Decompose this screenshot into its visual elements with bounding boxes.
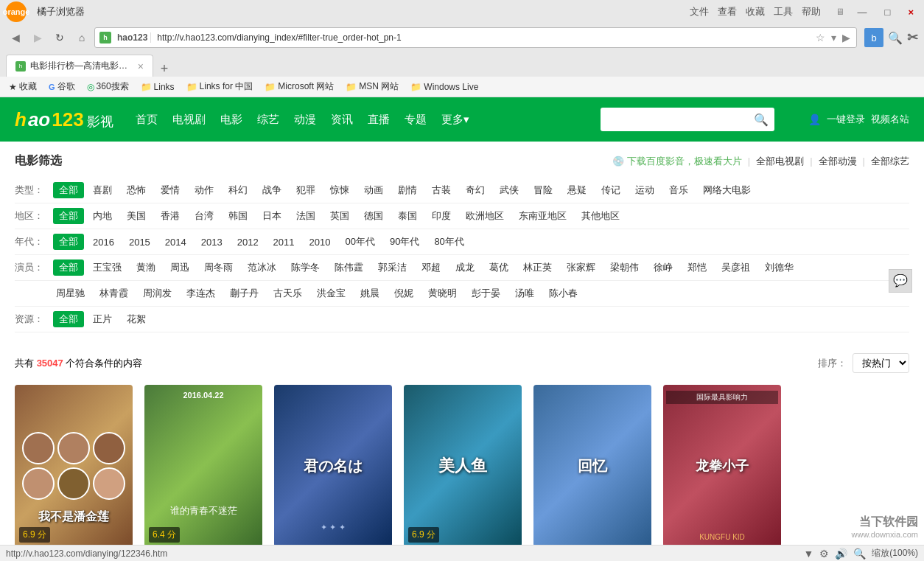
status-search-icon[interactable]: 🔍 bbox=[853, 548, 866, 560]
actor-tag-11[interactable]: 葛优 bbox=[483, 259, 514, 276]
region-tag-thailand[interactable]: 泰国 bbox=[392, 208, 423, 224]
nav-anime[interactable]: 动漫 bbox=[294, 113, 316, 127]
search-icon[interactable]: 🔍 bbox=[888, 31, 903, 45]
dropdown-icon[interactable]: ▾ bbox=[830, 30, 838, 45]
type-tag-fantasy[interactable]: 奇幻 bbox=[460, 182, 491, 198]
refresh-button[interactable]: ↻ bbox=[50, 28, 69, 47]
year-tag-1980s[interactable]: 80年代 bbox=[428, 234, 469, 250]
region-tag-uk[interactable]: 英国 bbox=[324, 208, 355, 224]
actor-tag-14[interactable]: 梁朝伟 bbox=[604, 259, 645, 276]
actor-tag-12[interactable]: 林正英 bbox=[517, 259, 558, 276]
year-tag-2012[interactable]: 2012 bbox=[231, 235, 265, 249]
nav-movies[interactable]: 电影 bbox=[220, 113, 242, 127]
back-button[interactable]: ◀ bbox=[6, 28, 25, 47]
region-tag-other[interactable]: 其他地区 bbox=[575, 208, 626, 224]
actor-tag-19[interactable]: 周星驰 bbox=[50, 285, 91, 302]
type-tag-all[interactable]: 全部 bbox=[53, 182, 84, 198]
year-tag-1990s[interactable]: 90年代 bbox=[384, 234, 425, 250]
region-tag-europe[interactable]: 欧洲地区 bbox=[460, 208, 510, 224]
tab-close-button[interactable]: × bbox=[138, 60, 144, 72]
menu-item-view[interactable]: 查看 bbox=[718, 5, 737, 18]
actor-tag-23[interactable]: 蒯子丹 bbox=[224, 285, 265, 302]
region-tag-korea[interactable]: 韩国 bbox=[223, 208, 253, 224]
type-tag-scifi[interactable]: 科幻 bbox=[223, 182, 253, 198]
actor-tag-25[interactable]: 洪金宝 bbox=[311, 285, 351, 302]
actor-tag-27[interactable]: 倪妮 bbox=[388, 285, 419, 302]
actor-tag-5[interactable]: 范冰冰 bbox=[242, 259, 282, 276]
type-tag-sports[interactable]: 运动 bbox=[629, 182, 660, 198]
actor-tag-13[interactable]: 张家辉 bbox=[561, 259, 601, 276]
sort-dropdown[interactable]: 按热门 按最新 按评分 bbox=[853, 353, 909, 373]
region-tag-france[interactable]: 法国 bbox=[290, 208, 321, 224]
region-tag-all[interactable]: 全部 bbox=[53, 208, 84, 224]
movie-card-1[interactable]: 我不是潘金莲 6.9 分 我不是潘金莲 bbox=[15, 385, 133, 561]
menu-item-help[interactable]: 帮助 bbox=[802, 5, 821, 18]
actor-tag-16[interactable]: 郑恺 bbox=[682, 259, 713, 276]
type-tag-adventure[interactable]: 冒险 bbox=[528, 182, 559, 198]
movie-card-6[interactable]: 国际最具影响力 龙拳小子 KUNGFU KID 龙拳小子 bbox=[663, 385, 781, 561]
source-tag-full[interactable]: 正片 bbox=[87, 311, 118, 327]
nav-tv[interactable]: 电视剧 bbox=[172, 113, 206, 127]
videos-link[interactable]: 视频名站 bbox=[871, 113, 909, 126]
chat-icon[interactable]: 💬 bbox=[889, 269, 912, 293]
type-tag-drama[interactable]: 剧情 bbox=[392, 182, 423, 198]
actor-tag-1[interactable]: 王宝强 bbox=[87, 259, 127, 276]
region-tag-tw[interactable]: 台湾 bbox=[189, 208, 220, 224]
year-tag-2016[interactable]: 2016 bbox=[87, 235, 120, 249]
nav-special[interactable]: 专题 bbox=[405, 113, 427, 127]
year-tag-2014[interactable]: 2014 bbox=[159, 235, 192, 249]
actor-tag-20[interactable]: 林青霞 bbox=[94, 285, 134, 302]
actor-tag-28[interactable]: 黄晓明 bbox=[422, 285, 463, 302]
minimize-button[interactable]: — bbox=[853, 5, 872, 19]
bookmark-favorites[interactable]: ★ 收藏 bbox=[6, 79, 40, 94]
actor-tag-30[interactable]: 汤唯 bbox=[509, 285, 540, 302]
region-tag-usa[interactable]: 美国 bbox=[121, 208, 152, 224]
more-options-icon[interactable]: ✂ bbox=[907, 29, 918, 46]
download-link[interactable]: 💿 下载百度影音，极速看大片 bbox=[612, 155, 742, 168]
year-tag-2000s[interactable]: 00年代 bbox=[339, 234, 380, 250]
type-tag-martial[interactable]: 武侠 bbox=[494, 182, 525, 198]
extend-icon[interactable]: ▶ bbox=[841, 30, 852, 45]
nav-news[interactable]: 资讯 bbox=[331, 113, 353, 127]
source-tag-extra[interactable]: 花絮 bbox=[121, 311, 152, 327]
login-button[interactable]: 一键登录 bbox=[827, 113, 865, 126]
actor-tag-2[interactable]: 黄渤 bbox=[130, 259, 161, 276]
actor-tag-26[interactable]: 姚晨 bbox=[354, 285, 385, 302]
actor-tag-6[interactable]: 陈学冬 bbox=[285, 259, 326, 276]
actor-tag-8[interactable]: 郭采洁 bbox=[372, 259, 413, 276]
movie-card-3[interactable]: 君の名は ✦ ✦ ✦ 你的名字 bbox=[274, 385, 392, 561]
site-search-input[interactable] bbox=[601, 108, 748, 131]
bookmark-links[interactable]: 📁 Links bbox=[138, 80, 178, 94]
type-tag-crime[interactable]: 犯罪 bbox=[290, 182, 321, 198]
year-tag-2013[interactable]: 2013 bbox=[195, 235, 228, 249]
movie-card-2[interactable]: 2016.04.22 谁的青春不迷茫 6.4 分 谁的青春不迷茫 bbox=[144, 385, 262, 561]
bookmark-windows-live[interactable]: 📁 Windows Live bbox=[407, 80, 481, 94]
type-tag-mystery[interactable]: 悬疑 bbox=[561, 182, 592, 198]
active-tab[interactable]: h 电影排行榜—高清电影院线热... × bbox=[6, 55, 153, 77]
type-tag-thriller[interactable]: 惊悚 bbox=[324, 182, 355, 198]
all-anime-link[interactable]: 全部动漫 bbox=[819, 155, 857, 168]
type-tag-war[interactable]: 战争 bbox=[256, 182, 287, 198]
all-variety-link[interactable]: 全部综艺 bbox=[871, 155, 909, 168]
menu-item-tools[interactable]: 工具 bbox=[774, 5, 793, 18]
region-tag-germany[interactable]: 德国 bbox=[358, 208, 389, 224]
actor-tag-31[interactable]: 陈小春 bbox=[543, 285, 584, 302]
status-down-icon[interactable]: ▼ bbox=[803, 548, 813, 560]
actor-tag-17[interactable]: 吴彦祖 bbox=[715, 259, 756, 276]
actor-tag-24[interactable]: 古天乐 bbox=[267, 285, 308, 302]
nav-home[interactable]: 首页 bbox=[136, 113, 158, 127]
menu-item-bookmarks[interactable]: 收藏 bbox=[746, 5, 765, 18]
year-tag-2011[interactable]: 2011 bbox=[267, 235, 301, 249]
actor-tag-3[interactable]: 周迅 bbox=[164, 259, 195, 276]
nav-more[interactable]: 更多▾ bbox=[441, 113, 469, 127]
actor-tag-22[interactable]: 李连杰 bbox=[181, 285, 221, 302]
actor-tag-10[interactable]: 成龙 bbox=[449, 259, 480, 276]
bookmark-msn[interactable]: 📁 MSN 网站 bbox=[343, 79, 402, 94]
bookmark-links-china[interactable]: 📁 Links for 中国 bbox=[183, 79, 256, 94]
actor-tag-7[interactable]: 陈伟霆 bbox=[329, 259, 369, 276]
status-volume-icon[interactable]: 🔊 bbox=[835, 548, 847, 560]
zoom-level[interactable]: 缩放(100%) bbox=[872, 547, 918, 560]
year-tag-2010[interactable]: 2010 bbox=[304, 235, 337, 249]
forward-button[interactable]: ▶ bbox=[28, 28, 47, 47]
region-tag-mainland[interactable]: 内地 bbox=[87, 208, 118, 224]
